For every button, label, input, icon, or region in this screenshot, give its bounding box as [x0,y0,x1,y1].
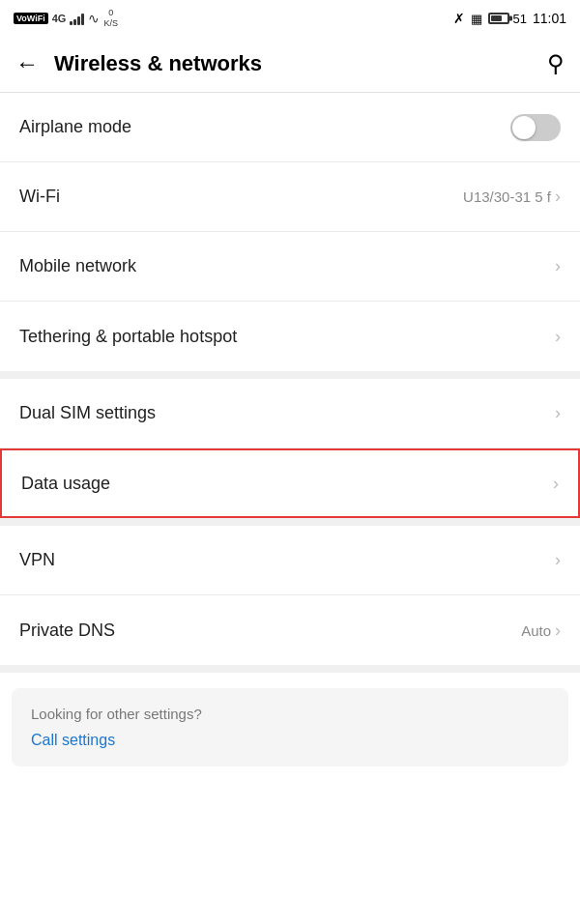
wifi-status-icon: ∿ [88,11,100,26]
battery-fill [491,15,501,21]
vpn-chevron-icon: › [555,550,561,570]
clock: 11:01 [533,11,566,26]
signal-bars [70,12,84,25]
private-dns-chevron-icon: › [555,621,561,641]
tethering-item[interactable]: Tethering & portable hotspot › [0,302,580,371]
private-dns-item[interactable]: Private DNS Auto › [0,595,580,665]
battery-block: 51 [488,12,526,26]
battery-icon [488,13,509,24]
tethering-chevron-icon: › [555,327,561,347]
status-right: ✗ ▦ 51 11:01 [453,11,566,26]
network-type: 4G [52,13,67,24]
dual-sim-label: Dual SIM settings [19,403,555,423]
page-title: Wireless & networks [54,51,547,76]
private-dns-label: Private DNS [19,621,521,641]
data-usage-label: Data usage [21,474,553,494]
dual-sim-chevron-icon: › [555,403,561,423]
app-bar: ← Wireless & networks ⚲ [0,35,580,93]
wifi-item[interactable]: Wi-Fi U13/30-31 5 f › [0,162,580,232]
tethering-label: Tethering & portable hotspot [19,327,555,347]
toggle-knob [512,116,536,139]
data-usage-item[interactable]: Data usage › [0,448,580,518]
call-settings-link[interactable]: Call settings [31,732,549,749]
vibrate-icon: ▦ [471,12,482,26]
vowifi-badge: VoWiFi [14,13,48,24]
section-group-1: Airplane mode Wi-Fi U13/30-31 5 f › Mobi… [0,93,580,379]
airplane-mode-label: Airplane mode [19,117,510,137]
mobile-network-chevron-icon: › [555,256,561,276]
airplane-mode-toggle[interactable] [510,114,561,141]
mobile-network-label: Mobile network [19,256,555,276]
private-dns-value: Auto [521,622,551,639]
info-card-text: Looking for other settings? [31,706,549,722]
data-usage-chevron-icon: › [553,474,559,494]
status-bar: VoWiFi 4G ∿ 0K/S ✗ ▦ 51 11:01 [0,0,580,35]
section-group-2: Dual SIM settings › Data usage › [0,379,580,526]
status-left: VoWiFi 4G ∿ 0K/S [14,8,118,29]
wifi-label: Wi-Fi [19,187,463,207]
section-group-3: VPN › Private DNS Auto › [0,526,580,673]
dual-sim-item[interactable]: Dual SIM settings › [0,379,580,448]
data-speed: 0K/S [103,8,118,29]
mobile-network-item[interactable]: Mobile network › [0,232,580,302]
vpn-label: VPN [19,550,555,570]
wifi-value: U13/30-31 5 f [463,188,551,205]
wifi-chevron-icon: › [555,187,561,207]
settings-list: Airplane mode Wi-Fi U13/30-31 5 f › Mobi… [0,93,580,766]
battery-level: 51 [512,12,526,26]
info-card: Looking for other settings? Call setting… [12,688,568,766]
bluetooth-icon: ✗ [453,11,465,26]
search-button[interactable]: ⚲ [547,50,565,77]
back-button[interactable]: ← [15,52,39,75]
airplane-mode-item[interactable]: Airplane mode [0,93,580,162]
vpn-item[interactable]: VPN › [0,526,580,595]
